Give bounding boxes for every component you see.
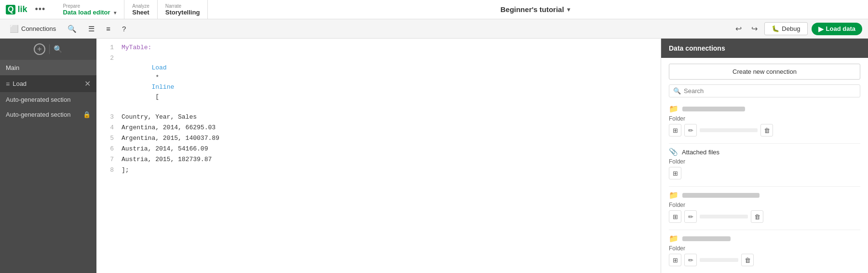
folder-icon-3: 📁	[669, 191, 678, 200]
nav-prepare-title: Data load editor ▾	[63, 9, 116, 16]
nav-analyze-label: Analyze	[132, 3, 149, 9]
code-line-1: 1 MyTable:	[96, 42, 661, 53]
search-toolbar-button[interactable]: 🔍	[64, 23, 81, 35]
connection-item-4: 📁 Folder ⊞ ✏ 🗑	[669, 234, 860, 266]
sidebar-add-section: + 🔍	[0, 39, 96, 60]
conn-label-1: Folder	[669, 115, 860, 122]
undo-button[interactable]: ↩	[732, 22, 745, 35]
code-line-7: 7 Austria, 2015, 182739.87	[96, 154, 661, 165]
connections-label: Connections	[21, 25, 56, 32]
sidebar-auto1-label: Auto-generated section	[6, 96, 70, 103]
sidebar-item-load[interactable]: ≡ Load ✕	[0, 75, 96, 92]
conn-label-4: Folder	[669, 245, 860, 252]
nav-prepare-label: Prepare	[63, 3, 116, 9]
qlik-q-icon: Q	[6, 5, 15, 14]
code-line-3: 3 Country, Year, Sales	[96, 112, 661, 123]
right-panel-header: Data connections	[661, 39, 868, 58]
sidebar-search-button[interactable]: 🔍	[54, 45, 63, 54]
list-button[interactable]: ≡	[102, 23, 114, 35]
conn-name-3	[682, 193, 760, 198]
conn-actions-1: ⊞ ✏ 🗑	[669, 124, 860, 136]
load-data-button[interactable]: ▶ Load data	[812, 23, 862, 35]
add-section-button[interactable]: +	[34, 43, 45, 55]
close-load-icon[interactable]: ✕	[84, 79, 91, 88]
app-title-chevron: ▾	[567, 6, 570, 13]
editor-area[interactable]: 1 MyTable: 2 Load * Inline [ 3 Country, …	[96, 39, 661, 273]
conn-label-3: Folder	[669, 202, 860, 208]
conn-delete-btn-4[interactable]: 🗑	[741, 254, 754, 266]
create-connection-button[interactable]: Create new connection	[669, 64, 860, 80]
conn-actions-3: ⊞ ✏ 🗑	[669, 210, 860, 223]
nav-menu-dots[interactable]: •••	[35, 4, 45, 14]
right-panel-body: Create new connection 🔍 📁 Folder ⊞ ✏ 🗑	[661, 58, 868, 273]
list-icon: ≡	[106, 25, 110, 33]
conn-name-4	[682, 236, 731, 241]
attached-files-label: Attached files	[682, 149, 719, 156]
conn-data-btn-attached[interactable]: ⊞	[669, 167, 681, 179]
help-icon: ?	[122, 25, 126, 33]
connection-item-1: 📁 Folder ⊞ ✏ 🗑	[669, 104, 860, 136]
insert-button[interactable]: ☰	[84, 23, 98, 35]
sidebar-main-section: Main	[0, 60, 96, 75]
conn-data-btn-1[interactable]: ⊞	[669, 124, 681, 136]
prepare-dropdown-icon: ▾	[114, 10, 116, 15]
conn-name-1	[682, 107, 745, 111]
debug-label: Debug	[782, 25, 800, 32]
sidebar-load-label: Load	[13, 80, 27, 87]
bug-icon: 🐛	[772, 25, 779, 32]
connection-item-attached: 📎 Attached files Folder ⊞	[669, 148, 860, 179]
code-line-6: 6 Austria, 2014, 54166.09	[96, 144, 661, 154]
conn-edit-btn-1[interactable]: ✏	[684, 124, 697, 136]
paperclip-icon: 📎	[669, 148, 678, 156]
lock-icon: 🔒	[83, 111, 91, 118]
load-data-icon: ▶	[818, 25, 824, 33]
toolbar: ⬜ Connections 🔍 ☰ ≡ ? ↩ ↪ 🐛 Debug ▶ Load…	[0, 19, 868, 39]
conn-edit-btn-4[interactable]: ✏	[684, 254, 697, 266]
folder-icon-4: 📁	[669, 234, 678, 243]
sidebar-auto2[interactable]: Auto-generated section 🔒	[0, 107, 96, 122]
qlik-logo: Q lik	[6, 4, 27, 14]
conn-actions-4: ⊞ ✏ 🗑	[669, 254, 860, 266]
redo-button[interactable]: ↪	[748, 22, 760, 35]
conn-data-btn-4[interactable]: ⊞	[669, 254, 681, 266]
help-button[interactable]: ?	[118, 23, 130, 35]
app-title: Beginner's tutorial	[501, 5, 564, 14]
insert-icon: ☰	[88, 25, 95, 33]
nav-narrate-label: Narrate	[165, 3, 200, 9]
code-line-2: 2 Load * Inline [	[96, 53, 661, 112]
load-data-label: Load data	[826, 25, 855, 32]
attached-folder-label: Folder	[669, 158, 860, 165]
debug-button[interactable]: 🐛 Debug	[764, 22, 807, 35]
left-sidebar: + 🔍 Main ≡ Load ✕ Auto-generated section…	[0, 39, 96, 273]
nav-analyze[interactable]: Analyze Sheet	[124, 0, 158, 19]
nav-prepare[interactable]: Prepare Data load editor ▾	[55, 0, 124, 19]
toolbar-right: ↩ ↪ 🐛 Debug ▶ Load data	[732, 22, 862, 35]
connection-item-3: 📁 Folder ⊞ ✏ 🗑	[669, 191, 860, 223]
search-input[interactable]	[684, 87, 856, 95]
app-title-area: Beginner's tutorial ▾	[208, 5, 862, 14]
conn-actions-attached: ⊞	[669, 167, 860, 179]
search-box: 🔍	[669, 84, 860, 97]
search-icon: 🔍	[673, 87, 681, 95]
connections-icon: ⬜	[10, 25, 19, 33]
nav-narrate[interactable]: Narrate Storytelling	[158, 0, 208, 19]
code-line-5: 5 Argentina, 2015, 140037.89	[96, 133, 661, 144]
code-line-8: 8 ];	[96, 165, 661, 176]
folder-icon-1: 📁	[669, 104, 678, 113]
nav-analyze-title: Sheet	[132, 9, 149, 16]
code-line-4: 4 Argentina, 2014, 66295.03	[96, 123, 661, 133]
conn-delete-btn-3[interactable]: 🗑	[751, 210, 763, 223]
sidebar-auto1[interactable]: Auto-generated section	[0, 92, 96, 107]
right-panel: Data connections Create new connection 🔍…	[661, 39, 868, 273]
search-toolbar-icon: 🔍	[68, 25, 77, 33]
conn-data-btn-3[interactable]: ⊞	[669, 210, 681, 223]
nav-narrate-title: Storytelling	[165, 9, 200, 16]
sidebar-auto2-label: Auto-generated section	[6, 111, 70, 118]
qlik-logo-text: lik	[17, 4, 27, 14]
connections-button[interactable]: ⬜ Connections	[6, 23, 60, 35]
main-layout: + 🔍 Main ≡ Load ✕ Auto-generated section…	[0, 39, 868, 273]
conn-edit-btn-3[interactable]: ✏	[684, 210, 697, 223]
conn-delete-btn-1[interactable]: 🗑	[760, 124, 773, 136]
load-lines-icon: ≡	[6, 80, 10, 88]
top-nav: Q lik ••• Prepare Data load editor ▾ Ana…	[0, 0, 868, 19]
